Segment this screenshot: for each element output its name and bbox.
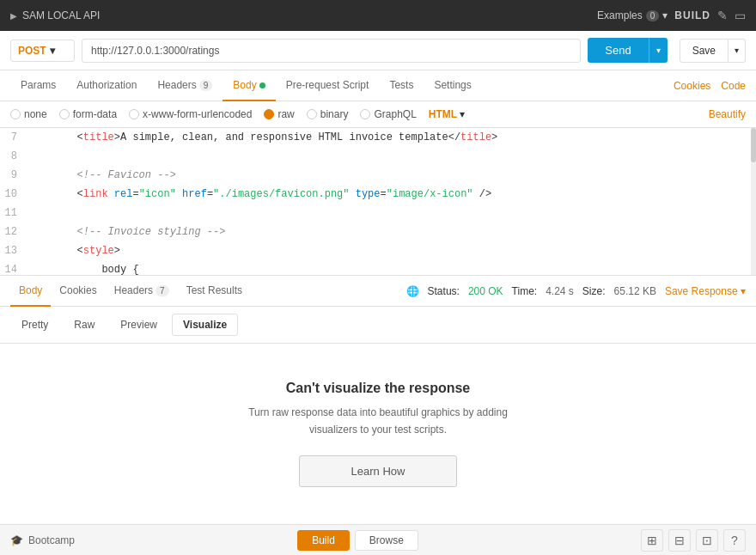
line-num-8: 8 [0, 149, 27, 164]
radio-raw[interactable]: raw [264, 108, 294, 120]
top-bar-left: ▶ SAM LOCAL API [10, 9, 100, 21]
tab-headers[interactable]: Headers9 [147, 70, 223, 101]
radio-form-data-circle [59, 109, 70, 119]
code-line-11: 11 [0, 204, 756, 223]
send-btn-group: Send ▾ [588, 38, 667, 63]
tab-params[interactable]: Params [10, 70, 66, 101]
learn-how-button[interactable]: Learn How [299, 455, 458, 487]
save-response-button[interactable]: Save Response ▾ [665, 285, 746, 297]
radio-none-label: none [24, 108, 47, 120]
layout-icon-3[interactable]: ⊡ [696, 529, 718, 552]
save-btn-group: Save ▾ [680, 39, 746, 63]
time-label: Time: [512, 285, 538, 297]
radio-graphql[interactable]: GraphQL [360, 108, 416, 120]
line-num-10: 10 [0, 186, 27, 202]
code-scrollbar-thumb [751, 128, 756, 162]
viz-description: Turn raw response data into beautiful gr… [248, 405, 508, 437]
radio-form-data[interactable]: form-data [59, 108, 117, 120]
radio-urlencoded-circle [129, 109, 139, 119]
code-line-13: 13 <style> [0, 241, 756, 260]
tabs-right: Cookies Code [674, 80, 746, 92]
save-dropdown-button[interactable]: ▾ [729, 39, 746, 63]
resp-tab-cookies[interactable]: Cookies [51, 276, 105, 307]
tab-settings[interactable]: Settings [424, 70, 481, 101]
resp-tab-test-results[interactable]: Test Results [178, 276, 251, 307]
bottom-center: Build Browse [297, 530, 418, 551]
send-dropdown-button[interactable]: ▾ [649, 38, 668, 63]
bootcamp-area: 🎓 Bootcamp [10, 534, 75, 546]
bottom-right: ⊞ ⊟ ⊡ ? [641, 529, 746, 552]
viz-title: Can't visualize the response [286, 381, 471, 396]
radio-binary-circle [307, 109, 317, 119]
cookies-link[interactable]: Cookies [674, 80, 710, 92]
code-scroll[interactable]: 7 <title>A simple, clean, and responsive… [0, 128, 756, 275]
response-tabs: Body Cookies Headers7 Test Results 🌐 Sta… [0, 276, 756, 307]
viz-tab-raw[interactable]: Raw [63, 314, 106, 336]
viz-tab-pretty[interactable]: Pretty [10, 314, 59, 336]
top-bar-right: Examples 0 ▾ BUILD ✎ ▭ [597, 9, 746, 22]
radio-raw-label: raw [277, 108, 294, 120]
resp-tab-body[interactable]: Body [10, 276, 51, 307]
method-chevron-icon: ▾ [50, 45, 55, 57]
method-text: POST [18, 45, 46, 57]
radio-binary-label: binary [320, 108, 349, 120]
edit-icon[interactable]: ✎ [717, 9, 728, 22]
examples-badge: 0 [646, 10, 660, 21]
code-scrollbar[interactable] [751, 128, 756, 275]
code-link[interactable]: Code [721, 80, 746, 92]
radio-form-data-label: form-data [73, 108, 117, 120]
bootcamp-icon: 🎓 [10, 534, 23, 546]
viz-tab-preview[interactable]: Preview [109, 314, 168, 336]
method-select[interactable]: POST ▾ [10, 40, 75, 62]
radio-urlencoded[interactable]: x-www-form-urlencoded [129, 108, 252, 120]
line-num-14: 14 [0, 262, 27, 275]
radio-graphql-circle [360, 109, 370, 119]
url-input[interactable] [82, 39, 581, 63]
response-meta: 🌐 Status: 200 OK Time: 4.24 s Size: 65.1… [406, 285, 746, 297]
comment-icon[interactable]: ▭ [735, 9, 746, 22]
build-tab-button[interactable]: Build [297, 530, 350, 551]
radio-none[interactable]: none [10, 108, 47, 120]
tab-pre-request-script[interactable]: Pre-request Script [276, 70, 380, 101]
tab-authorization[interactable]: Authorization [66, 70, 147, 101]
chevron-down-icon: ▾ [662, 9, 668, 21]
line-num-7: 7 [0, 130, 27, 145]
layout-icon-1[interactable]: ⊞ [641, 529, 663, 552]
code-area: 7 <title>A simple, clean, and responsive… [0, 128, 756, 276]
resp-tab-headers[interactable]: Headers7 [106, 276, 178, 307]
code-line-14: 14 body { [0, 260, 756, 275]
radio-raw-circle [264, 109, 274, 119]
size-label: Size: [582, 285, 606, 297]
line-content-7: <title>A simple, clean, and responsive H… [27, 130, 756, 145]
examples-button[interactable]: Examples 0 ▾ [597, 9, 668, 21]
tab-body[interactable]: Body [223, 70, 275, 101]
radio-binary[interactable]: binary [307, 108, 349, 120]
url-bar: POST ▾ Send ▾ Save ▾ [0, 31, 756, 70]
viz-content: Can't visualize the response Turn raw re… [0, 344, 756, 524]
line-content-13: <style> [27, 243, 756, 259]
send-button[interactable]: Send [588, 38, 648, 63]
line-num-12: 12 [0, 224, 27, 240]
viz-tabs-row: Pretty Raw Preview Visualize [0, 307, 756, 344]
globe-icon: 🌐 [406, 285, 419, 297]
html-select[interactable]: HTML ▾ [429, 108, 465, 120]
code-line-8: 8 [0, 147, 756, 166]
build-button[interactable]: BUILD [674, 9, 710, 21]
radio-graphql-label: GraphQL [374, 108, 416, 120]
request-tabs: Params Authorization Headers9 Body Pre-r… [0, 70, 756, 101]
tab-tests[interactable]: Tests [379, 70, 424, 101]
code-line-12: 12 <!-- Invoice styling --> [0, 223, 756, 241]
beautify-button[interactable]: Beautify [709, 108, 746, 120]
help-button[interactable]: ? [723, 529, 746, 552]
html-chevron-icon: ▾ [460, 108, 465, 120]
save-button[interactable]: Save [680, 39, 729, 63]
html-text: HTML [429, 108, 457, 120]
status-label: Status: [428, 285, 460, 297]
viz-tab-visualize[interactable]: Visualize [172, 314, 238, 336]
time-value: 4.24 s [546, 285, 574, 297]
code-line-10: 10 <link rel="icon" href="./images/favic… [0, 185, 756, 204]
layout-icon-2[interactable]: ⊟ [668, 529, 691, 552]
browse-tab-button[interactable]: Browse [355, 530, 418, 551]
arrow-icon: ▶ [10, 11, 17, 21]
line-num-13: 13 [0, 243, 27, 259]
